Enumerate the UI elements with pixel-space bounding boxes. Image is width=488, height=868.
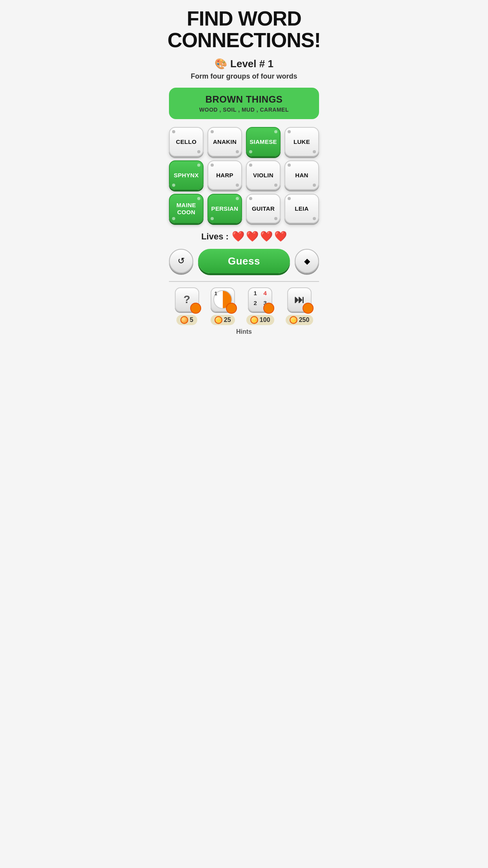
hint-pie-wrapper: 1 2	[211, 287, 235, 312]
word-tile-harp[interactable]: HARP	[207, 160, 242, 190]
hints-label: Hints	[169, 328, 319, 335]
hint-question-cost: 5	[176, 315, 197, 325]
hearts-container: ❤️ ❤️ ❤️ ❤️	[232, 230, 287, 243]
lives-row: Lives : ❤️ ❤️ ❤️ ❤️	[201, 230, 287, 243]
n2: 2	[250, 300, 260, 309]
n4: 4	[260, 290, 270, 300]
word-tile-violin[interactable]: VIOLIN	[246, 160, 281, 190]
hint-play-wrapper: ⏭	[287, 287, 312, 312]
solved-group-title: BROWN THINGS	[177, 94, 311, 105]
erase-button[interactable]: ◆	[295, 249, 319, 273]
word-tile-han[interactable]: HAN	[284, 160, 319, 190]
hint-pie-price: 25	[224, 316, 231, 324]
hints-items: ? 5 1 2	[169, 287, 319, 325]
hint-play-price: 250	[299, 316, 310, 324]
hint-numbers-item[interactable]: 1 4 2 3 ⭐ 100	[246, 287, 274, 325]
lives-label: Lives :	[201, 232, 229, 242]
subtitle: Form four groups of four words	[191, 72, 297, 81]
n1: 1	[250, 290, 260, 300]
word-tile-cello[interactable]: CELLO	[169, 127, 204, 156]
level-icon: 🎨	[215, 58, 227, 70]
guess-button[interactable]: Guess	[198, 249, 290, 273]
coin-icon-4: ⭐	[290, 316, 297, 324]
hint-pie-badge	[226, 303, 237, 314]
word-tile-anakin[interactable]: ANAKIN	[207, 127, 242, 156]
page-title: FIND WORDCONNECTIONS!	[167, 8, 321, 51]
hint-numbers-price: 100	[260, 316, 270, 324]
hint-question-badge	[190, 303, 201, 314]
erase-icon: ◆	[304, 256, 310, 266]
word-tile-siamese[interactable]: SIAMESE	[246, 127, 281, 156]
hint-question-icon: ?	[183, 293, 190, 306]
word-grid: CELLO ANAKIN SIAMESE LUKE SPHYNX HARP VI…	[169, 127, 319, 223]
heart-3: ❤️	[260, 230, 273, 243]
shuffle-button[interactable]: ↺	[169, 249, 193, 273]
hint-play-icon: ⏭	[294, 294, 305, 306]
hint-question-wrapper: ?	[175, 287, 199, 312]
heart-2: ❤️	[246, 230, 259, 243]
shuffle-icon: ↺	[178, 256, 185, 266]
level-label: Level # 1	[230, 58, 273, 70]
heart-1: ❤️	[232, 230, 244, 243]
hint-pie-item[interactable]: 1 2 ⭐ 25	[211, 287, 235, 325]
hint-numbers-badge	[263, 303, 274, 314]
hint-pie-cost: ⭐ 25	[211, 315, 235, 325]
word-tile-luke[interactable]: LUKE	[284, 127, 319, 156]
hint-play-badge	[303, 303, 314, 314]
solved-group-card: BROWN THINGS WOOD , SOIL , MUD , CARAMEL	[169, 88, 319, 119]
hint-play-item[interactable]: ⏭ ⭐ 250	[286, 287, 314, 325]
page: FIND WORDCONNECTIONS! 🎨 Level # 1 Form f…	[163, 0, 325, 339]
hint-question-price: 5	[190, 316, 193, 324]
coin-icon-3: ⭐	[250, 316, 258, 324]
hint-play-cost: ⭐ 250	[286, 315, 314, 325]
hints-section: ? 5 1 2	[169, 281, 319, 335]
hint-question-item[interactable]: ? 5	[175, 287, 199, 325]
coin-icon-1	[180, 316, 188, 324]
heart-4: ❤️	[274, 230, 287, 243]
word-tile-leia[interactable]: LEIA	[284, 194, 319, 223]
word-tile-persian[interactable]: PERSIAN	[207, 194, 242, 223]
hint-numbers-cost: ⭐ 100	[246, 315, 274, 325]
solved-group-words: WOOD , SOIL , MUD , CARAMEL	[177, 107, 311, 113]
actions-row: ↺ Guess ◆	[169, 249, 319, 273]
coin-icon-2: ⭐	[215, 316, 222, 324]
word-tile-sphynx[interactable]: SPHYNX	[169, 160, 204, 190]
level-row: 🎨 Level # 1	[215, 58, 273, 70]
hint-numbers-wrapper: 1 4 2 3	[248, 287, 272, 312]
word-tile-mainecoon[interactable]: MAINECOON	[169, 194, 204, 223]
word-tile-guitar[interactable]: GUITAR	[246, 194, 281, 223]
